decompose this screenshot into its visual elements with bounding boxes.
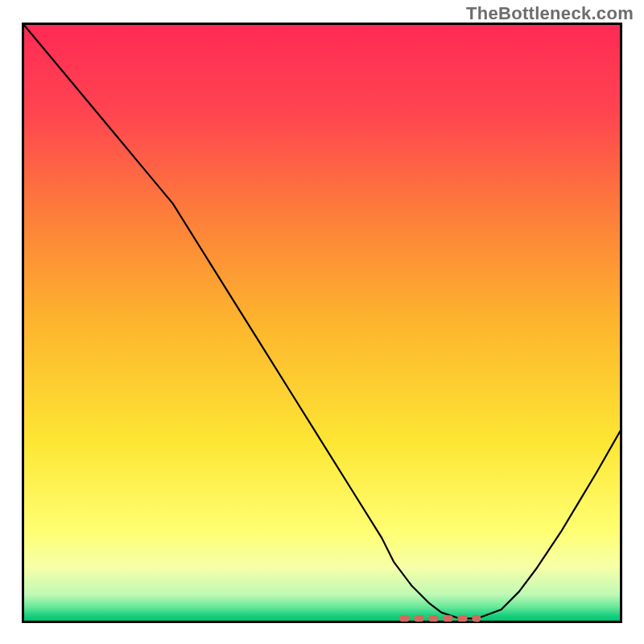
watermark-label: TheBottleneck.com (466, 3, 634, 24)
bottleneck-chart (22, 23, 622, 623)
svg-point-6 (473, 615, 481, 622)
svg-rect-3 (443, 615, 452, 621)
svg-rect-0 (399, 615, 409, 621)
chart-background (23, 24, 621, 621)
svg-rect-1 (414, 615, 423, 621)
svg-rect-4 (457, 615, 467, 621)
svg-rect-2 (428, 615, 438, 621)
